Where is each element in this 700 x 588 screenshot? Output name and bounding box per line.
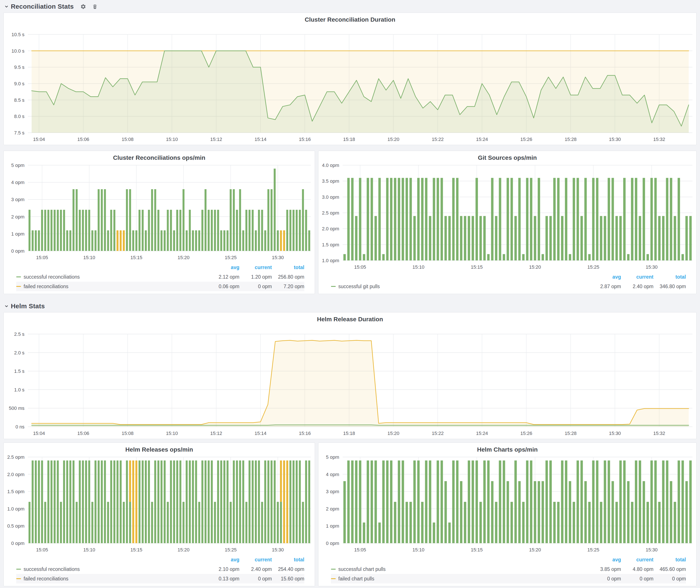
legend-col-avg[interactable]: avg xyxy=(589,274,621,280)
legend-stat-avg: 2.12 opm xyxy=(207,274,239,280)
legend-col-current[interactable]: current xyxy=(239,557,272,563)
legend-row: successful git pulls2.87 opm2.40 opm346.… xyxy=(331,282,686,291)
legend-stat-current: 0 opm xyxy=(239,284,272,289)
row-delete-button[interactable] xyxy=(92,4,98,9)
x-tick-label: 15:15 xyxy=(130,255,142,260)
legend-helm-charts: avgcurrenttotalsuccessful chart pulls3.8… xyxy=(318,555,696,586)
y-tick-label: 1.0 s xyxy=(14,387,24,393)
x-tick-label: 15:08 xyxy=(122,431,134,436)
cluster-reconciliations-opm-chart[interactable]: 15:0515:1015:1515:2015:2515:300 opm1 opm… xyxy=(4,163,315,263)
chart-canvas: 15:0515:1015:1515:2015:2515:301.0 opm1.5… xyxy=(318,163,696,272)
cluster-reconciliation-duration-chart[interactable]: 15:0415:0615:0815:1015:1215:1415:1615:18… xyxy=(4,24,696,145)
legend-series-toggle[interactable]: failed reconciliations xyxy=(16,576,207,582)
legend-stat-avg: 2.87 opm xyxy=(589,284,621,289)
helm-charts-opm-chart[interactable]: 15:0515:1015:1515:2015:2515:300 opm1 opm… xyxy=(318,454,696,555)
legend-stat-total: 0 opm xyxy=(653,576,686,582)
legend-header-row: avgcurrenttotal xyxy=(16,555,304,564)
y-tick-label: 8.0 s xyxy=(14,114,24,119)
x-tick-label: 15:30 xyxy=(609,431,621,436)
legend-col-total[interactable]: total xyxy=(272,557,304,563)
x-tick-label: 15:30 xyxy=(646,264,658,270)
legend-stat-avg: 0 opm xyxy=(589,576,621,582)
series-helm-release-duration xyxy=(32,340,689,427)
legend-series-name: successful reconciliations xyxy=(24,274,80,280)
x-tick-label: 15:12 xyxy=(210,431,222,436)
legend-series-toggle[interactable]: successful chart pulls xyxy=(331,566,589,572)
legend-stat-current: 1.20 opm xyxy=(239,274,272,280)
section-header-helm-stats[interactable]: Helm Stats xyxy=(4,302,697,310)
legend-row: successful chart pulls3.85 opm4.80 opm46… xyxy=(331,564,686,574)
x-tick-label: 15:10 xyxy=(83,547,95,552)
legend-series-toggle[interactable]: successful reconciliations xyxy=(16,274,207,280)
x-tick-label: 15:10 xyxy=(413,547,424,552)
y-tick-label: 9.5 s xyxy=(14,65,24,70)
y-tick-label: 1.5 opm xyxy=(322,242,339,247)
legend-col-total[interactable]: total xyxy=(272,265,304,270)
chart-canvas: 15:0415:0615:0815:1015:1215:1415:1615:18… xyxy=(4,24,696,145)
section-header-reconciliation-stats[interactable]: Reconciliation Stats xyxy=(4,2,697,11)
legend-cluster-reconciliations: avgcurrenttotalsuccessful reconciliation… xyxy=(4,263,315,294)
legend-col-avg[interactable]: avg xyxy=(207,557,239,563)
x-tick-label: 15:24 xyxy=(476,137,488,142)
x-tick-label: 15:32 xyxy=(653,137,665,142)
x-tick-label: 15:18 xyxy=(343,137,355,142)
legend-series-swatch xyxy=(16,569,21,570)
helm-releases-opm-chart[interactable]: 15:0515:1015:1515:2015:2515:300 opm0.5 o… xyxy=(4,454,315,555)
legend-header-row: avgcurrenttotal xyxy=(331,272,686,282)
chevron-down-icon xyxy=(4,4,9,9)
legend-stat-current: 0 opm xyxy=(239,576,272,582)
y-tick-label: 5 opm xyxy=(11,163,24,168)
legend-stat-total: 7.20 opm xyxy=(272,284,304,289)
x-tick-label: 15:20 xyxy=(529,547,541,552)
legend-stat-avg: 0.13 opm xyxy=(207,576,239,582)
legend-col-current[interactable]: current xyxy=(239,265,272,270)
legend-col-current[interactable]: current xyxy=(621,557,653,563)
y-tick-label: 2.0 opm xyxy=(7,472,25,477)
y-tick-label: 4.0 opm xyxy=(322,163,339,168)
x-tick-label: 15:16 xyxy=(299,431,311,436)
legend-stat-current: 0 opm xyxy=(621,576,653,582)
y-tick-label: 2.0 opm xyxy=(322,226,339,231)
x-tick-label: 15:05 xyxy=(354,547,366,552)
legend-stat-total: 346.80 opm xyxy=(653,284,686,289)
y-tick-label: 2.5 opm xyxy=(7,454,25,460)
series-successful-reconciliations xyxy=(29,460,310,543)
x-tick-label: 15:14 xyxy=(255,137,266,142)
x-tick-label: 15:20 xyxy=(387,431,399,436)
y-tick-label: 1.0 opm xyxy=(7,506,25,512)
x-tick-label: 15:20 xyxy=(177,255,189,260)
x-tick-label: 15:25 xyxy=(225,547,237,552)
legend-row: failed reconciliations0.06 opm0 opm7.20 … xyxy=(16,282,304,291)
panel-title[interactable]: Helm Charts ops/min xyxy=(318,443,696,454)
x-tick-label: 15:20 xyxy=(529,264,541,270)
legend-col-avg[interactable]: avg xyxy=(207,265,239,270)
legend-row: successful reconciliations2.12 opm1.20 o… xyxy=(16,272,304,282)
panel-title[interactable]: Helm Release Duration xyxy=(4,312,696,324)
legend-col-total[interactable]: total xyxy=(653,557,686,563)
x-tick-label: 15:10 xyxy=(83,255,95,260)
panel-title[interactable]: Git Sources ops/min xyxy=(318,151,696,163)
y-tick-label: 1 opm xyxy=(11,231,24,237)
y-tick-label: 0 opm xyxy=(11,541,24,546)
git-sources-opm-chart[interactable]: 15:0515:1015:1515:2015:2515:301.0 opm1.5… xyxy=(318,163,696,272)
row-settings-button[interactable] xyxy=(80,4,86,10)
x-tick-label: 15:22 xyxy=(432,137,444,142)
legend-row: failed reconciliations0.13 opm0 opm15.60… xyxy=(16,574,304,583)
panel-title[interactable]: Cluster Reconciliation Duration xyxy=(4,13,696,24)
legend-col-total[interactable]: total xyxy=(653,274,686,280)
y-tick-label: 10.0 s xyxy=(11,48,24,54)
legend-row: failed chart pulls0 opm0 opm0 opm xyxy=(331,574,686,583)
legend-header-row: avgcurrenttotal xyxy=(331,555,686,564)
legend-series-toggle[interactable]: failed reconciliations xyxy=(16,284,207,289)
legend-series-toggle[interactable]: failed chart pulls xyxy=(331,576,589,582)
panel-title[interactable]: Cluster Reconciliations ops/min xyxy=(4,151,315,163)
helm-release-duration-chart[interactable]: 15:0415:0615:0815:1015:1215:1415:1615:18… xyxy=(4,324,696,439)
legend-series-toggle[interactable]: successful reconciliations xyxy=(16,566,207,572)
legend-col-avg[interactable]: avg xyxy=(589,557,621,563)
legend-series-toggle[interactable]: successful git pulls xyxy=(331,284,589,289)
x-tick-label: 15:20 xyxy=(387,137,399,142)
chevron-down-icon xyxy=(4,304,9,309)
panel-title[interactable]: Helm Releases ops/min xyxy=(4,443,315,454)
legend-col-current[interactable]: current xyxy=(621,274,653,280)
series-successful-git-pulls xyxy=(343,178,692,260)
